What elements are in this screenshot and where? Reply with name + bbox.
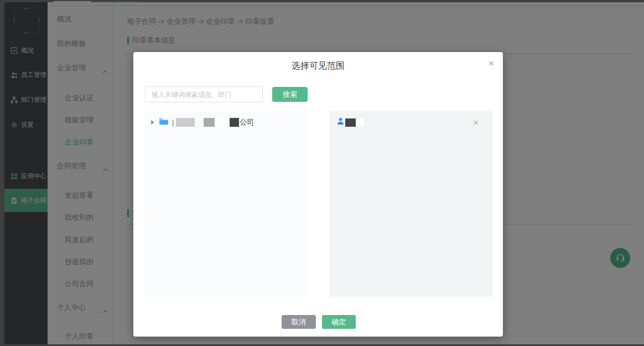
confirm-button[interactable]: 确定 [322, 315, 356, 329]
org-tree-panel: | 公司 [145, 111, 308, 297]
redacted-text-block [215, 118, 230, 127]
selected-member-row: ✕ [329, 116, 492, 128]
selected-members-panel: ✕ [329, 111, 492, 297]
member-search-input[interactable] [145, 86, 263, 102]
remove-member-icon[interactable]: ✕ [472, 118, 479, 127]
redacted-text-block [230, 118, 239, 127]
folder-icon [159, 117, 169, 127]
company-suffix-label: 公司 [240, 117, 254, 127]
close-icon[interactable]: × [489, 59, 494, 68]
tree-row-company[interactable]: | 公司 [145, 116, 308, 128]
dialog-title: 选择可见范围 [133, 60, 503, 72]
redacted-text-block [204, 118, 215, 127]
search-button[interactable]: 搜索 [272, 87, 308, 102]
redacted-text-block [345, 118, 356, 127]
redacted-text-block [356, 118, 364, 127]
redacted-text-block [176, 118, 195, 127]
expand-arrow-icon[interactable] [151, 120, 154, 125]
tree-label-fragment: | [172, 118, 174, 126]
user-icon [337, 117, 344, 127]
cancel-button[interactable]: 取消 [282, 315, 316, 329]
visibility-scope-dialog: 选择可见范围 × 搜索 | 公司 [133, 52, 503, 337]
